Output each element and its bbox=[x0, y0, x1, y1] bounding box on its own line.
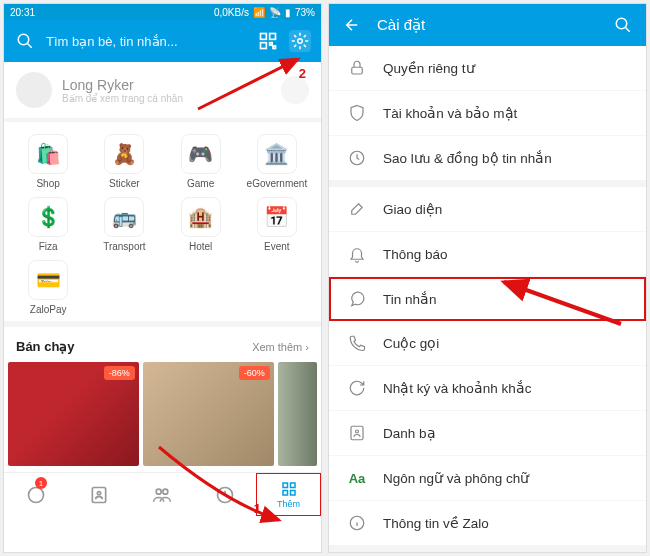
clock: 20:31 bbox=[10, 7, 35, 18]
svg-rect-5 bbox=[270, 43, 273, 46]
avatar bbox=[16, 72, 52, 108]
settings-contacts[interactable]: Danh bạ bbox=[329, 411, 646, 456]
settings-info[interactable]: Thông tin về Zalo bbox=[329, 501, 646, 546]
signal-icon: 📶 bbox=[253, 7, 265, 18]
nav-label: Thêm bbox=[277, 499, 300, 509]
app-icon: 🚌 bbox=[104, 197, 144, 237]
phone-icon bbox=[347, 333, 367, 353]
badge: 1 bbox=[35, 477, 47, 489]
search-icon[interactable] bbox=[14, 30, 36, 52]
app-icon: 🛍️ bbox=[28, 134, 68, 174]
product-card[interactable]: -86% bbox=[8, 362, 139, 466]
page-title: Cài đặt bbox=[377, 16, 598, 34]
nav-more[interactable]: Thêm bbox=[256, 473, 321, 516]
profile-name: Long Ryker bbox=[62, 77, 271, 93]
svg-rect-6 bbox=[273, 46, 276, 49]
app-grid: 🛍️Shop🧸Sticker🎮Game🏛️eGovernment💲Fiza🚌Tr… bbox=[4, 118, 321, 321]
product-card[interactable]: -60% bbox=[143, 362, 274, 466]
app-label: ZaloPay bbox=[30, 304, 67, 315]
search-input[interactable] bbox=[46, 34, 247, 49]
app-label: Sticker bbox=[109, 178, 140, 189]
svg-rect-19 bbox=[352, 67, 363, 74]
section-header: Bán chạy Xem thêm › bbox=[4, 321, 321, 362]
app-icon: 🏨 bbox=[181, 197, 221, 237]
gear-icon[interactable] bbox=[289, 30, 311, 52]
search-icon[interactable] bbox=[612, 14, 634, 36]
svg-point-0 bbox=[18, 34, 29, 45]
battery-pct: 73% bbox=[295, 7, 315, 18]
phone-left: 20:31 0,0KB/s 📶 📡 ▮ 73% Long Ryker Bấm đ… bbox=[3, 3, 322, 553]
product-row: -86% -60% bbox=[4, 362, 321, 472]
settings-clock[interactable]: Sao lưu & đồng bộ tin nhắn bbox=[329, 136, 646, 181]
settings-label: Cuộc gọi bbox=[383, 335, 439, 351]
app-icon: 🎮 bbox=[181, 134, 221, 174]
settings-label: Thông báo bbox=[383, 247, 448, 262]
app-fiza[interactable]: 💲Fiza bbox=[10, 197, 86, 252]
settings-chat[interactable]: Tin nhắn bbox=[329, 277, 646, 321]
app-sticker[interactable]: 🧸Sticker bbox=[86, 134, 162, 189]
app-game[interactable]: 🎮Game bbox=[163, 134, 239, 189]
clock-icon bbox=[347, 148, 367, 168]
qr-icon[interactable] bbox=[257, 30, 279, 52]
bell-icon bbox=[347, 244, 367, 264]
profile-row[interactable]: Long Ryker Bấm để xem trang cá nhân bbox=[4, 62, 321, 118]
brush-icon bbox=[347, 199, 367, 219]
refresh-icon bbox=[347, 378, 367, 398]
contacts-icon bbox=[347, 423, 367, 443]
svg-rect-3 bbox=[270, 34, 276, 40]
back-icon[interactable] bbox=[341, 14, 363, 36]
app-icon: 🧸 bbox=[104, 134, 144, 174]
svg-rect-13 bbox=[283, 483, 288, 488]
app-label: eGovernment bbox=[247, 178, 308, 189]
app-label: Game bbox=[187, 178, 214, 189]
net-speed: 0,0KB/s bbox=[214, 7, 249, 18]
annotation-2: 2 bbox=[299, 66, 306, 81]
svg-point-17 bbox=[616, 18, 627, 29]
svg-point-7 bbox=[298, 39, 303, 44]
svg-rect-16 bbox=[290, 491, 295, 496]
app-label: Hotel bbox=[189, 241, 212, 252]
lock-icon bbox=[347, 58, 367, 78]
app-label: Event bbox=[264, 241, 290, 252]
settings-bell[interactable]: Thông báo bbox=[329, 232, 646, 277]
discount-badge: -86% bbox=[104, 366, 135, 380]
nav-contacts[interactable] bbox=[67, 473, 130, 516]
app-shop[interactable]: 🛍️Shop bbox=[10, 134, 86, 189]
settings-Aa[interactable]: AaNgôn ngữ và phông chữ bbox=[329, 456, 646, 501]
svg-point-10 bbox=[156, 489, 161, 494]
search-header bbox=[4, 20, 321, 62]
settings-phone[interactable]: Cuộc gọi bbox=[329, 321, 646, 366]
nav-groups[interactable] bbox=[130, 473, 193, 516]
battery-icon: ▮ bbox=[285, 7, 291, 18]
settings-refresh[interactable]: Nhật ký và khoảnh khắc bbox=[329, 366, 646, 411]
app-zalopay[interactable]: 💳ZaloPay bbox=[10, 260, 86, 315]
product-card[interactable] bbox=[278, 362, 317, 466]
Aa-icon: Aa bbox=[347, 468, 367, 488]
phone-right: Cài đặt Quyền riêng tưTài khoản và bảo m… bbox=[328, 3, 647, 553]
chat-icon bbox=[347, 289, 367, 309]
svg-rect-15 bbox=[283, 491, 288, 496]
settings-label: Ngôn ngữ và phông chữ bbox=[383, 470, 529, 486]
app-egovernment[interactable]: 🏛️eGovernment bbox=[239, 134, 315, 189]
app-icon: 📅 bbox=[257, 197, 297, 237]
settings-switch[interactable]: Chuyển tài khoản bbox=[329, 546, 646, 552]
settings-brush[interactable]: Giao diện bbox=[329, 181, 646, 232]
app-label: Shop bbox=[36, 178, 59, 189]
svg-rect-14 bbox=[290, 483, 295, 488]
app-icon: 💳 bbox=[28, 260, 68, 300]
app-hotel[interactable]: 🏨Hotel bbox=[163, 197, 239, 252]
app-transport[interactable]: 🚌Transport bbox=[86, 197, 162, 252]
profile-subtitle: Bấm để xem trang cá nhân bbox=[62, 93, 271, 104]
see-more-link[interactable]: Xem thêm › bbox=[252, 341, 309, 353]
svg-rect-2 bbox=[261, 34, 267, 40]
settings-label: Tài khoản và bảo mật bbox=[383, 105, 517, 121]
settings-lock[interactable]: Quyền riêng tư bbox=[329, 46, 646, 91]
annotation-1: 1 bbox=[254, 501, 261, 516]
nav-messages[interactable]: 1 bbox=[4, 473, 67, 516]
app-label: Transport bbox=[103, 241, 145, 252]
nav-timeline[interactable] bbox=[193, 473, 256, 516]
app-event[interactable]: 📅Event bbox=[239, 197, 315, 252]
status-bar: 20:31 0,0KB/s 📶 📡 ▮ 73% bbox=[4, 4, 321, 20]
settings-shield[interactable]: Tài khoản và bảo mật bbox=[329, 91, 646, 136]
svg-line-1 bbox=[27, 43, 32, 48]
